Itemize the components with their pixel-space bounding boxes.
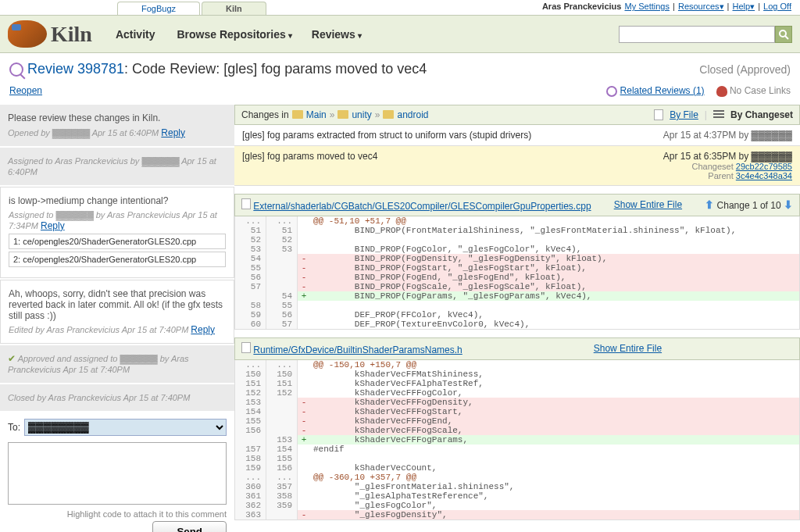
comment-block: is lowp->mediump change intentional? Ass… — [0, 187, 234, 278]
comment-block: Ah, whoops, sorry, didn't see that preci… — [0, 280, 234, 344]
reply-link[interactable]: Reply — [161, 127, 185, 138]
user-bar: Aras Pranckevicius My Settings | Resourc… — [542, 2, 792, 12]
no-case-links: No Case Links — [716, 85, 791, 97]
send-button[interactable]: Send — [152, 521, 227, 532]
changeset-hash[interactable]: 29cb22c79585 — [736, 162, 792, 171]
file-icon — [241, 198, 251, 209]
file-icon — [654, 109, 663, 120]
file-path[interactable]: Runtime/GfxDevice/BuiltinShaderParamsNam… — [253, 345, 462, 355]
to-select[interactable]: ▓▓▓▓▓▓▓▓ — [24, 419, 227, 436]
tab-fogbugz[interactable]: FogBugz — [117, 2, 200, 15]
changeset-row[interactable]: [gles] fog params extracted from struct … — [234, 125, 800, 146]
diff-block: ......@@ -150,10 +150,7 @@ 150150 kShade… — [234, 360, 800, 520]
crumb-unity[interactable]: unity — [352, 109, 371, 120]
list-icon — [713, 110, 724, 120]
parent-hash[interactable]: 3c4e4c348a34 — [736, 171, 792, 180]
reopen-link[interactable]: Reopen — [9, 85, 42, 97]
link-help[interactable]: Help▾ — [733, 2, 755, 11]
review-icon — [9, 62, 23, 77]
reply-link[interactable]: Reply — [41, 220, 65, 231]
user-name: Aras Pranckevicius — [542, 2, 622, 11]
show-entire-file[interactable]: Show Entire File — [614, 199, 682, 210]
folder-icon — [383, 110, 394, 119]
related-icon — [606, 86, 617, 97]
breadcrumb: Changes in Main» unity» android — [241, 109, 429, 120]
link-resources[interactable]: Resources▾ — [678, 2, 724, 11]
file-ref[interactable]: 2: ce/opengles20/ShaderGeneratorGLES20.c… — [9, 252, 226, 267]
approved-note: ✔ Approved and assigned to ▓▓▓▓▓▓ by Ara… — [0, 345, 234, 383]
bug-icon — [716, 86, 727, 97]
status-badge: Closed (Approved) — [699, 63, 791, 76]
view-by-file[interactable]: By File — [670, 109, 698, 120]
link-settings[interactable]: My Settings — [624, 2, 669, 11]
crumb-main[interactable]: Main — [306, 109, 327, 120]
nav-activity[interactable]: Activity — [116, 28, 158, 41]
to-label: To: — [8, 422, 20, 433]
change-nav: ⬆ Change 1 of 10 ⬇ — [705, 198, 793, 211]
tab-kiln[interactable]: Kiln — [202, 2, 266, 15]
attach-hint: Highlight code to attach it to this comm… — [8, 507, 227, 521]
svg-line-1 — [785, 36, 788, 39]
related-reviews[interactable]: Related Reviews (1) — [606, 85, 704, 97]
folder-icon — [292, 110, 303, 119]
search-button[interactable] — [775, 26, 792, 43]
comment-input[interactable] — [8, 442, 227, 505]
search-input[interactable] — [619, 26, 775, 43]
diff-block: ......@@ -51,10 +51,7 @@ 5151 BIND_PROP(… — [234, 216, 800, 330]
review-intro: Please review these changes in Kiln. Ope… — [0, 105, 234, 146]
next-change-icon[interactable]: ⬇ — [784, 198, 793, 211]
logo[interactable]: Kiln — [8, 20, 92, 48]
prev-change-icon[interactable]: ⬆ — [705, 198, 714, 211]
file-ref[interactable]: 1: ce/opengles20/ShaderGeneratorGLES20.c… — [9, 234, 226, 249]
check-icon: ✔ — [8, 353, 16, 364]
closed-note: Closed by Aras Pranckevicius Apr 15 at 7… — [0, 384, 234, 411]
page-title: Review 398781: Code Review: [gles] fog p… — [27, 61, 427, 77]
search-icon — [778, 29, 789, 40]
view-by-changeset[interactable]: By Changeset — [730, 109, 793, 120]
show-entire-file[interactable]: Show Entire File — [594, 343, 662, 354]
file-path[interactable]: External/shaderlab/CGBatch/GLES20Compile… — [253, 201, 591, 212]
reply-link[interactable]: Reply — [191, 324, 215, 335]
link-logoff[interactable]: Log Off — [763, 2, 791, 11]
svg-point-0 — [780, 30, 786, 37]
file-icon — [241, 342, 251, 353]
assigned-note: Assigned to Aras Pranckevicius by ▓▓▓▓▓▓… — [0, 148, 234, 185]
kiln-icon — [8, 20, 47, 48]
nav-browse[interactable]: Browse Repositories — [177, 28, 292, 41]
folder-icon — [338, 110, 348, 119]
crumb-android[interactable]: android — [397, 109, 428, 120]
changeset-row-selected[interactable]: [gles] fog params moved to vec4 Apr 15 a… — [234, 146, 800, 186]
nav-reviews[interactable]: Reviews — [312, 28, 362, 41]
